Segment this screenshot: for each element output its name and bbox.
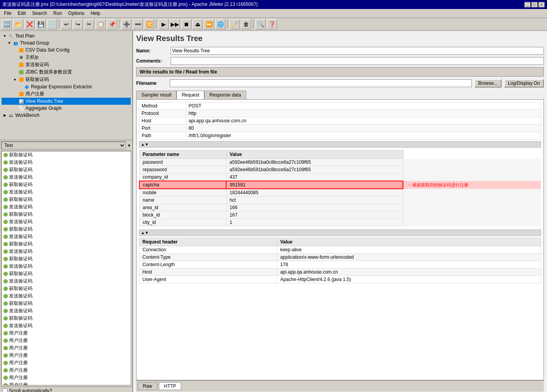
bottom-tab-http[interactable]: HTTP: [159, 382, 181, 390]
toolbar-remote[interactable]: 🌐: [215, 19, 225, 29]
list-item[interactable]: 🟢用户注册: [2, 374, 131, 381]
menu-edit[interactable]: Edit: [15, 10, 28, 17]
toolbar-help[interactable]: ❓: [267, 19, 277, 29]
maximize-button[interactable]: □: [531, 2, 538, 7]
toolbar-start[interactable]: ▶: [158, 19, 169, 29]
toolbar-shutdown[interactable]: ⏏: [193, 19, 203, 29]
toolbar-undo[interactable]: ↩: [61, 19, 72, 29]
tree-toggle-testplan[interactable]: ▼: [2, 34, 7, 38]
list-item[interactable]: 🟢获取验证码: [2, 255, 131, 263]
param-row: passworda592ee46b591ba0c8bcce6a27c109f65: [139, 159, 541, 166]
tree-item-jdbc[interactable]: ▶ 🟩 JDBC 数据库参数设置: [2, 68, 131, 76]
results-list[interactable]: 🟢获取验证码🟢发送验证码🟢获取验证码🟢发送验证码🟢获取验证码🟢发送验证码🟢获取验…: [1, 151, 131, 385]
list-item[interactable]: 🟢用户注册: [2, 337, 131, 344]
toolbar-cut[interactable]: ✂: [84, 19, 94, 29]
list-item[interactable]: 🟢获取验证码: [2, 181, 131, 188]
toolbar: 🆕 📂 ❌ 💾 💿 ↩ ↪ ✂ 📋 📌 ➕ ➖ 🔀 ▶ ▶▶ ⏹ ⏏ ⏩ 🌐 🧹…: [0, 18, 547, 31]
tree-toggle-getcaptcha[interactable]: ▼: [13, 77, 17, 82]
toolbar-close[interactable]: ❌: [24, 19, 34, 29]
toolbar-stop[interactable]: ⏹: [181, 19, 191, 29]
list-item[interactable]: 🟢获取验证码: [2, 226, 131, 233]
bottom-tab-raw[interactable]: Raw: [138, 382, 157, 390]
tree-item-host[interactable]: ▶ 🖥 主机ip: [2, 54, 131, 61]
toolbar-step[interactable]: ⏩: [204, 19, 214, 29]
browse-button[interactable]: Browse...: [474, 79, 502, 88]
close-button[interactable]: ×: [538, 2, 545, 7]
toolbar-toggle[interactable]: 🔀: [144, 19, 154, 29]
list-item[interactable]: 🟢获取验证码: [2, 300, 131, 307]
list-item[interactable]: 🟢发送验证码: [2, 292, 131, 300]
tree-item-viewresults[interactable]: ▶ 📊 View Results Tree: [2, 98, 131, 105]
filter-dropdown-arrow[interactable]: ▼: [127, 143, 131, 148]
toolbar-clearall[interactable]: 🗑: [241, 19, 251, 29]
list-item[interactable]: 🟢用户注册: [2, 352, 131, 359]
list-item[interactable]: 🟢用户注册: [2, 367, 131, 374]
menu-search[interactable]: Search: [30, 10, 49, 17]
toolbar-clear[interactable]: 🧹: [230, 19, 240, 29]
toolbar-start-nopause[interactable]: ▶▶: [170, 19, 180, 29]
toolbar-paste[interactable]: 📌: [107, 19, 117, 29]
list-item[interactable]: 🟢发送验证码: [2, 159, 131, 166]
toolbar-expand[interactable]: ➕: [121, 19, 131, 29]
name-input[interactable]: [171, 47, 544, 55]
list-item[interactable]: 🟢发送验证码: [2, 307, 131, 315]
list-item[interactable]: 🟢发送验证码: [2, 218, 131, 226]
list-item[interactable]: 🟢发送验证码: [2, 248, 131, 255]
list-item[interactable]: 🟢获取验证码: [2, 285, 131, 292]
comments-label: Comments:: [136, 58, 167, 64]
list-item[interactable]: 🟢发送验证码: [2, 188, 131, 196]
toolbar-redo[interactable]: ↪: [73, 19, 83, 29]
list-item[interactable]: 🟢获取验证码: [2, 270, 131, 277]
tree-toggle-threadgroup[interactable]: ▼: [7, 41, 12, 45]
tree-item-register[interactable]: ▶ 🟧 用户注册: [2, 90, 131, 98]
tree-item-testplan[interactable]: ▼ 🔧 Test Plan: [2, 32, 131, 39]
list-item[interactable]: 🟢用户注册: [2, 359, 131, 367]
tab-response-data[interactable]: Response data: [204, 91, 246, 99]
list-item[interactable]: 🟢获取验证码: [2, 315, 131, 322]
filename-input[interactable]: [170, 79, 472, 87]
list-item[interactable]: 🟢发送验证码: [2, 174, 131, 181]
toolbar-new[interactable]: 🆕: [2, 19, 12, 29]
comments-input[interactable]: [171, 57, 544, 65]
tree-label-aggregate: Aggregate Graph: [25, 106, 61, 111]
tab-sampler-result[interactable]: Sampler result: [136, 91, 176, 99]
scroll-checkbox[interactable]: [2, 388, 7, 392]
tree-item-threadgroup[interactable]: ▼ 👥 Thread Group: [2, 39, 131, 47]
list-item[interactable]: 🟢获取验证码: [2, 211, 131, 218]
list-item[interactable]: 🟢发送验证码: [2, 263, 131, 270]
menu-file[interactable]: File: [2, 10, 14, 17]
list-item[interactable]: 🟢获取验证码: [2, 151, 131, 159]
list-item[interactable]: 🟢获取验证码: [2, 166, 131, 174]
menu-options[interactable]: Options: [66, 10, 86, 17]
list-item[interactable]: 🟢用户注册: [2, 344, 131, 352]
log-display-button[interactable]: Log/Display On: [504, 79, 544, 88]
list-item[interactable]: 🟢发送验证码: [2, 233, 131, 240]
header-row: User-AgentApache-HttpClient/4.2.6 (java …: [139, 276, 541, 283]
list-item[interactable]: 🟢发送验证码: [2, 203, 131, 211]
list-item[interactable]: 🟢用户注册: [2, 381, 131, 385]
toolbar-saveas[interactable]: 💿: [47, 19, 57, 29]
tree-item-regex[interactable]: ▶ 🔷 Regular Expression Extractor: [2, 83, 131, 90]
toolbar-save[interactable]: 💾: [36, 19, 46, 29]
list-item[interactable]: 🟢用户注册: [2, 329, 131, 337]
list-item[interactable]: 🟢获取验证码: [2, 196, 131, 203]
list-item[interactable]: 🟢发送验证码: [2, 322, 131, 329]
workbench-icon: 🗂: [8, 112, 14, 118]
tree-item-sendsms[interactable]: ▶ 🟧 发送验证码: [2, 61, 131, 68]
list-item[interactable]: 🟢发送验证码: [2, 277, 131, 285]
tree-item-workbench[interactable]: ▶ 🗂 WorkBench: [2, 112, 131, 119]
tab-request[interactable]: Request: [176, 91, 204, 99]
tree-item-csv[interactable]: ▶ 🟧 CSV Data Set Config: [2, 47, 131, 54]
tree-item-getcaptcha[interactable]: ▼ 🟧 获取验证码: [2, 76, 131, 83]
toolbar-collapse[interactable]: ➖: [133, 19, 143, 29]
filter-dropdown[interactable]: Text: [1, 141, 126, 149]
list-item[interactable]: 🟢获取验证码: [2, 240, 131, 248]
toolbar-search[interactable]: 🔍: [256, 19, 266, 29]
toolbar-copy[interactable]: 📋: [95, 19, 106, 29]
minimize-button[interactable]: _: [524, 2, 531, 7]
tree-item-aggregate[interactable]: ▶ 📈 Aggregate Graph: [2, 105, 131, 112]
toolbar-open[interactable]: 📂: [13, 19, 23, 29]
tree-toggle-workbench[interactable]: ▶: [2, 113, 7, 118]
menu-help[interactable]: Help: [88, 10, 103, 17]
menu-run[interactable]: Run: [51, 10, 64, 17]
